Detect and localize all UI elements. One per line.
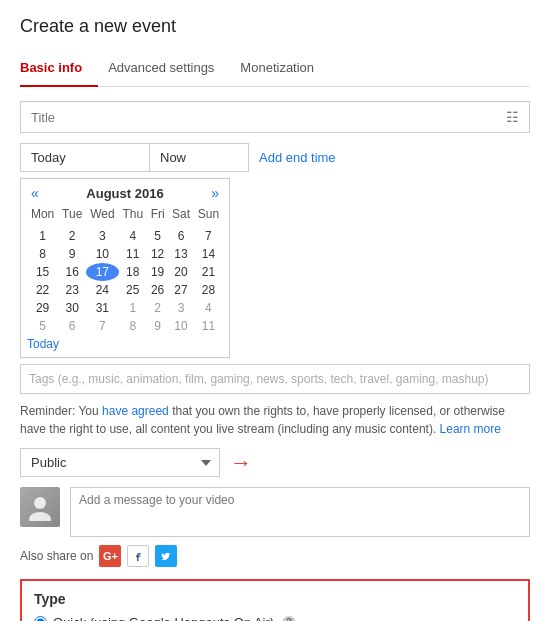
calendar-day[interactable]: 3 <box>86 227 118 245</box>
tab-bar: Basic info Advanced settings Monetizatio… <box>20 51 530 87</box>
calendar-day[interactable]: 6 <box>168 227 194 245</box>
share-row <box>20 487 530 537</box>
calendar-day[interactable]: 7 <box>194 227 223 245</box>
calendar-day[interactable]: 24 <box>86 281 118 299</box>
arrow-indicator: → <box>230 450 252 476</box>
type-section-title: Type <box>34 591 516 607</box>
calendar-day[interactable]: 4 <box>194 299 223 317</box>
calendar-prev[interactable]: « <box>27 185 43 201</box>
calendar-day[interactable]: 19 <box>147 263 168 281</box>
calendar-day[interactable]: 4 <box>119 227 147 245</box>
calendar-day[interactable]: 14 <box>194 245 223 263</box>
add-end-time-link[interactable]: Add end time <box>249 143 346 172</box>
calendar-today-link[interactable]: Today <box>27 337 59 351</box>
message-input[interactable] <box>70 487 530 537</box>
calendar-day[interactable]: 11 <box>119 245 147 263</box>
calendar-day[interactable]: 8 <box>27 245 58 263</box>
calendar-day[interactable]: 5 <box>27 317 58 335</box>
quick-help-icon[interactable]: ? <box>282 616 296 622</box>
calendar-day[interactable]: 11 <box>194 317 223 335</box>
page-title: Create a new event <box>20 16 530 37</box>
calendar-day[interactable]: 18 <box>119 263 147 281</box>
calendar-day[interactable]: 13 <box>168 245 194 263</box>
calendar-day[interactable]: 31 <box>86 299 118 317</box>
calendar-day[interactable]: 2 <box>58 227 86 245</box>
reminder-text-before: Reminder: You <box>20 404 102 418</box>
calendar-day[interactable]: 7 <box>86 317 118 335</box>
tab-basic-info[interactable]: Basic info <box>20 52 98 87</box>
calendar-day[interactable]: 26 <box>147 281 168 299</box>
calendar-grid: MonTueWedThuFriSatSun 123456789101112131… <box>27 205 223 335</box>
calendar-day[interactable]: 9 <box>147 317 168 335</box>
title-field-wrapper: ☷ <box>20 101 530 133</box>
title-input[interactable] <box>31 110 506 125</box>
calendar-day[interactable]: 23 <box>58 281 86 299</box>
tab-monetization[interactable]: Monetization <box>240 52 330 87</box>
tab-advanced-settings[interactable]: Advanced settings <box>108 52 230 87</box>
radio-quick-label[interactable]: Quick (using Google Hangouts On Air) <box>53 615 274 621</box>
calendar-day[interactable]: 8 <box>119 317 147 335</box>
calendar-day[interactable]: 21 <box>194 263 223 281</box>
radio-quick-input[interactable] <box>34 616 47 621</box>
calendar-day[interactable]: 15 <box>27 263 58 281</box>
calendar-day[interactable]: 5 <box>147 227 168 245</box>
calendar-day[interactable]: 6 <box>58 317 86 335</box>
reminder-link-agreed[interactable]: have agreed <box>102 404 169 418</box>
visibility-select[interactable]: Public Private Unlisted <box>20 448 220 477</box>
also-share-label: Also share on <box>20 549 93 563</box>
facebook-share-button[interactable] <box>127 545 149 567</box>
date-today-button[interactable]: Today <box>20 143 150 172</box>
calendar-day[interactable]: 16 <box>58 263 86 281</box>
svg-point-0 <box>34 497 46 509</box>
twitter-share-button[interactable] <box>155 545 177 567</box>
calendar-day[interactable]: 3 <box>168 299 194 317</box>
calendar-day[interactable]: 22 <box>27 281 58 299</box>
calendar-day[interactable]: 17 <box>86 263 118 281</box>
calendar: « August 2016 » MonTueWedThuFriSatSun 12… <box>20 178 230 358</box>
gplus-share-button[interactable]: G+ <box>99 545 121 567</box>
calendar-month-year: August 2016 <box>86 186 163 201</box>
calendar-day[interactable]: 29 <box>27 299 58 317</box>
calendar-day[interactable]: 10 <box>86 245 118 263</box>
visibility-select-row: Public Private Unlisted → <box>20 448 530 477</box>
also-share-row: Also share on G+ <box>20 545 530 567</box>
time-now-button[interactable]: Now <box>149 143 249 172</box>
svg-point-1 <box>29 512 51 521</box>
type-section: Type Quick (using Google Hangouts On Air… <box>20 579 530 621</box>
tags-input[interactable]: Tags (e.g., music, animation, film, gami… <box>20 364 530 394</box>
radio-quick: Quick (using Google Hangouts On Air) ? <box>34 615 516 621</box>
title-icon: ☷ <box>506 109 519 125</box>
calendar-day[interactable]: 1 <box>119 299 147 317</box>
calendar-day[interactable]: 28 <box>194 281 223 299</box>
calendar-day[interactable]: 12 <box>147 245 168 263</box>
calendar-next[interactable]: » <box>207 185 223 201</box>
calendar-header: « August 2016 » <box>27 185 223 201</box>
twitter-icon <box>160 550 172 562</box>
facebook-icon <box>132 550 144 562</box>
calendar-day[interactable]: 25 <box>119 281 147 299</box>
datetime-row: Today Now Add end time <box>20 143 530 172</box>
calendar-day[interactable]: 20 <box>168 263 194 281</box>
avatar <box>20 487 60 527</box>
calendar-day[interactable]: 9 <box>58 245 86 263</box>
reminder-link-learn-more[interactable]: Learn more <box>440 422 501 436</box>
calendar-day[interactable]: 10 <box>168 317 194 335</box>
calendar-day[interactable]: 27 <box>168 281 194 299</box>
calendar-day[interactable]: 30 <box>58 299 86 317</box>
calendar-day[interactable]: 1 <box>27 227 58 245</box>
reminder-text: Reminder: You have agreed that you own t… <box>20 402 530 438</box>
calendar-day[interactable]: 2 <box>147 299 168 317</box>
